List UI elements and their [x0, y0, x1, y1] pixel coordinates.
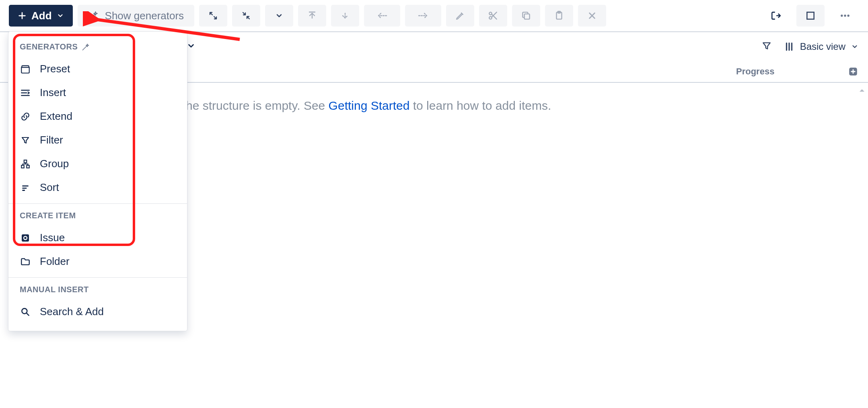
- dd-item-group-label: Group: [40, 158, 69, 170]
- extend-icon: [20, 111, 31, 122]
- panel-toggle-button[interactable]: [796, 5, 825, 27]
- dd-item-folder[interactable]: Folder: [8, 250, 187, 273]
- dd-item-extend-label: Extend: [40, 110, 72, 123]
- add-button-label: Add: [31, 10, 52, 22]
- view-selector[interactable]: Basic view: [784, 41, 858, 52]
- column-progress-label: Progress: [736, 66, 774, 77]
- column-progress-header[interactable]: Progress: [736, 66, 845, 77]
- filter-icon: [20, 135, 31, 145]
- preset-icon: [20, 64, 31, 74]
- show-generators-button[interactable]: Show generators: [78, 5, 195, 27]
- dd-item-group[interactable]: Group: [8, 152, 187, 176]
- expand-collapse-dropdown[interactable]: [265, 5, 293, 27]
- columns-icon: [784, 41, 794, 52]
- dd-item-search-add[interactable]: Search & Add: [8, 300, 187, 324]
- move-down-button[interactable]: [331, 5, 359, 27]
- empty-text-suffix: to learn how to add items.: [409, 99, 551, 112]
- cut-button[interactable]: [479, 5, 507, 27]
- svg-point-7: [844, 14, 846, 16]
- paste-button[interactable]: [545, 5, 573, 27]
- dd-item-preset-label: Preset: [40, 63, 70, 75]
- delete-button[interactable]: [578, 5, 606, 27]
- svg-rect-2: [525, 14, 530, 19]
- edit-button[interactable]: [446, 5, 474, 27]
- dd-item-filter[interactable]: Filter: [8, 128, 187, 152]
- dd-item-folder-label: Folder: [40, 255, 70, 268]
- plus-icon: [18, 11, 27, 20]
- dd-item-extend[interactable]: Extend: [8, 105, 187, 128]
- export-button[interactable]: [762, 5, 790, 27]
- dd-item-insert[interactable]: Insert: [8, 81, 187, 105]
- dd-item-issue-label: Issue: [40, 232, 65, 244]
- issue-icon: [20, 233, 31, 243]
- folder-icon: [20, 256, 31, 267]
- getting-started-link[interactable]: Getting Started: [329, 99, 410, 112]
- svg-rect-10: [24, 160, 27, 163]
- toolbar: Add Show generators: [0, 0, 868, 32]
- chevron-down-icon: [851, 43, 858, 50]
- empty-text-prefix: he structure is empty. See: [186, 99, 329, 112]
- outdent-button[interactable]: [364, 5, 400, 27]
- copy-button[interactable]: [512, 5, 540, 27]
- svg-rect-12: [27, 165, 29, 168]
- chevron-down-icon: [57, 12, 64, 19]
- svg-rect-5: [807, 12, 814, 19]
- expand-button[interactable]: [199, 5, 227, 27]
- dd-item-sort[interactable]: Sort: [8, 176, 187, 199]
- sort-icon: [20, 182, 31, 193]
- dd-item-sort-label: Sort: [40, 181, 59, 194]
- dd-item-issue[interactable]: Issue: [8, 226, 187, 250]
- section-generators-label: GENERATORS: [20, 42, 78, 51]
- dd-section-generators: GENERATORS: [8, 39, 187, 57]
- more-menu-button[interactable]: [831, 5, 859, 27]
- magic-wand-icon: [82, 43, 90, 51]
- svg-point-6: [841, 14, 843, 16]
- add-button[interactable]: Add: [9, 5, 73, 27]
- dd-section-manual-insert: MANUAL INSERT: [8, 282, 187, 300]
- show-generators-label: Show generators: [105, 10, 184, 22]
- move-up-button[interactable]: [298, 5, 326, 27]
- svg-point-8: [847, 14, 849, 16]
- svg-rect-11: [21, 165, 24, 168]
- dd-item-search-add-label: Search & Add: [40, 305, 104, 318]
- view-selector-label: Basic view: [800, 41, 845, 52]
- add-column-button[interactable]: [848, 66, 858, 77]
- insert-icon: [20, 88, 31, 98]
- dd-item-preset[interactable]: Preset: [8, 57, 187, 81]
- add-dropdown: GENERATORS Preset Insert Extend: [8, 31, 187, 331]
- section-manual-insert-label: MANUAL INSERT: [20, 285, 89, 294]
- collapse-button[interactable]: [232, 5, 260, 27]
- svg-rect-13: [22, 234, 29, 242]
- indent-button[interactable]: [405, 5, 441, 27]
- dd-section-create-item: CREATE ITEM: [8, 208, 187, 226]
- dd-item-filter-label: Filter: [40, 134, 63, 146]
- section-create-item-label: CREATE ITEM: [20, 211, 76, 220]
- filter-icon[interactable]: [761, 41, 772, 53]
- dd-item-insert-label: Insert: [40, 86, 66, 99]
- magic-wand-icon: [88, 10, 99, 21]
- group-icon: [20, 159, 31, 169]
- search-icon: [20, 307, 31, 317]
